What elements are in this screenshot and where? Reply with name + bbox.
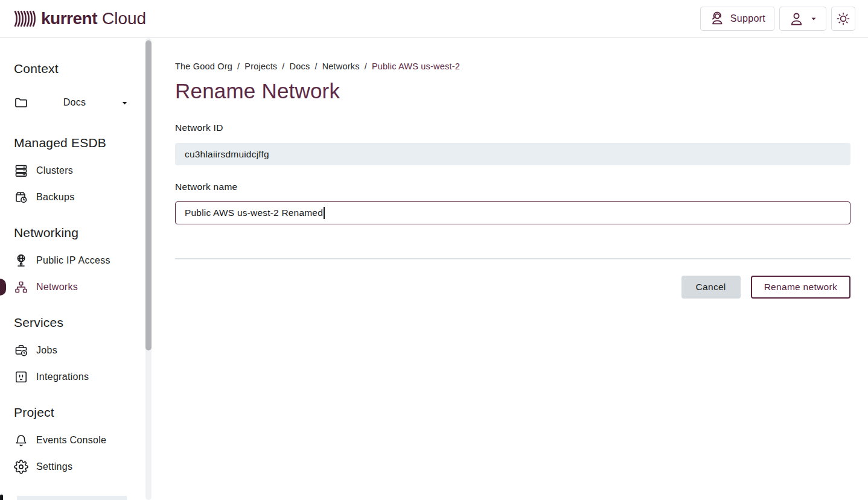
cancel-button[interactable]: Cancel	[681, 276, 741, 299]
brand-logo[interactable]: kurrent Cloud	[14, 8, 146, 29]
form-actions: Cancel Rename network	[175, 276, 850, 299]
sidebar-item-events-console[interactable]: Events Console	[14, 427, 155, 454]
sidebar-partial-item	[17, 496, 127, 500]
breadcrumb-projects[interactable]: Projects	[244, 62, 277, 71]
headset-agent-icon	[709, 11, 725, 27]
chevron-down-icon	[121, 99, 129, 107]
header-actions: Support	[700, 7, 855, 31]
network-id-field: cu3hlaiirsdmuidcjffg	[175, 143, 850, 165]
sidebar-item-integrations[interactable]: Integrations	[14, 364, 155, 390]
breadcrumb-current: Public AWS us-west-2	[372, 62, 460, 71]
sidebar-item-settings[interactable]: Settings	[14, 454, 155, 480]
support-label: Support	[730, 13, 765, 24]
sidebar-item-jobs[interactable]: Jobs	[14, 337, 155, 364]
breadcrumb-project-docs[interactable]: Docs	[290, 62, 310, 71]
sidebar-item-label: Clusters	[36, 165, 73, 176]
section-divider	[175, 258, 850, 259]
project-selector-value: Docs	[36, 97, 113, 108]
sidebar-partial-icon	[0, 495, 3, 500]
page-title: Rename Network	[175, 79, 850, 103]
sidebar-scrollbar[interactable]	[145, 38, 152, 500]
app-header: kurrent Cloud Support	[0, 0, 868, 38]
text-cursor	[324, 207, 325, 219]
rename-network-button[interactable]: Rename network	[751, 276, 850, 299]
networks-icon	[14, 280, 28, 294]
sidebar-heading-context: Context	[14, 61, 155, 77]
active-item-indicator	[0, 279, 6, 296]
clusters-icon	[14, 163, 28, 178]
sidebar-heading-services: Services	[14, 315, 155, 331]
breadcrumb-networks[interactable]: Networks	[322, 62, 360, 71]
chevron-down-icon	[810, 15, 817, 22]
sidebar-heading-networking: Networking	[14, 225, 155, 241]
sidebar-item-label: Networks	[36, 282, 78, 293]
sidebar-item-label: Events Console	[36, 435, 106, 446]
breadcrumb: The Good Org / Projects / Docs / Network…	[175, 62, 850, 71]
brand-name: kurrent Cloud	[41, 9, 146, 28]
backups-icon	[14, 190, 28, 204]
sidebar-item-label: Public IP Access	[36, 255, 110, 266]
sidebar-item-label: Integrations	[36, 372, 89, 382]
sidebar-item-networks[interactable]: Networks	[14, 274, 155, 300]
sun-icon	[836, 11, 850, 26]
breadcrumb-org[interactable]: The Good Org	[175, 62, 232, 71]
sidebar-item-label: Backups	[36, 192, 74, 203]
sidebar-heading-project: Project	[14, 405, 155, 420]
sidebar: Context Docs Managed ESDB	[0, 38, 155, 500]
events-console-icon	[14, 433, 28, 448]
user-icon	[788, 11, 805, 27]
network-id-label: Network ID	[175, 122, 850, 133]
main-content: The Good Org / Projects / Docs / Network…	[155, 38, 868, 500]
sound-waves-icon	[14, 8, 36, 29]
folder-icon	[14, 95, 28, 110]
network-name-value: Public AWS us-west-2 Renamed	[185, 207, 323, 218]
sidebar-item-label: Settings	[36, 461, 72, 472]
settings-icon	[14, 460, 28, 474]
breadcrumb-separator: /	[314, 62, 317, 71]
network-name-label: Network name	[175, 182, 850, 192]
public-ip-icon	[14, 253, 28, 268]
breadcrumb-separator: /	[237, 62, 240, 71]
sidebar-item-clusters[interactable]: Clusters	[14, 157, 155, 184]
sidebar-item-public-ip-access[interactable]: Public IP Access	[14, 247, 155, 274]
breadcrumb-separator: /	[365, 62, 367, 71]
network-id-value: cu3hlaiirsdmuidcjffg	[185, 149, 269, 160]
sidebar-item-backups[interactable]: Backups	[14, 184, 155, 210]
support-button[interactable]: Support	[700, 7, 774, 31]
sidebar-item-label: Jobs	[36, 345, 57, 356]
breadcrumb-separator: /	[282, 62, 284, 71]
user-menu-button[interactable]	[779, 7, 826, 31]
jobs-icon	[14, 343, 28, 358]
network-name-input[interactable]: Public AWS us-west-2 Renamed	[175, 201, 850, 224]
sidebar-scrollbar-thumb[interactable]	[145, 40, 152, 350]
integrations-icon	[14, 370, 28, 384]
theme-toggle-button[interactable]	[831, 7, 855, 31]
project-selector[interactable]: Docs	[14, 89, 129, 116]
sidebar-heading-managed-esdb: Managed ESDB	[14, 135, 155, 151]
